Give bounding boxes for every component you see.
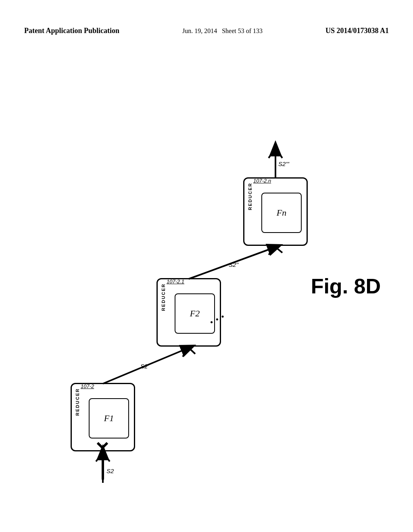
svg-line-12	[275, 148, 282, 158]
reducer-box-107-2-n: 107-2.n REDUCER Fn	[243, 177, 308, 246]
patent-number: US 2014/0173038 A1	[325, 26, 389, 36]
reducer-label-1: REDUCER	[75, 388, 80, 416]
svg-line-11	[269, 148, 275, 158]
arrow-s2-head	[98, 450, 107, 458]
signal-s2triple-prime-label: S2'''	[278, 160, 289, 167]
page-header: Patent Application Publication Jun. 19, …	[0, 26, 413, 36]
fn-box-2: F2	[175, 293, 215, 334]
signal-s2prime-label: S2'	[140, 363, 149, 370]
sheet-info: Sheet 53 of 133	[222, 27, 263, 34]
publication-info: Jun. 19, 2014 Sheet 53 of 133	[182, 26, 263, 36]
svg-line-6	[189, 348, 195, 354]
reducer-label-2: REDUCER	[161, 283, 166, 311]
signal-s2-label: S2	[106, 468, 114, 474]
svg-line-5	[183, 348, 189, 357]
publication-date: Jun. 19, 2014	[182, 27, 217, 34]
reducer-id-3: 107-2.n	[253, 178, 271, 184]
diagram-area: Fig. 8D 107-2 REDUCER F1 107-2.1 REDUCER…	[0, 81, 413, 508]
reducer-box-107-2: 107-2 REDUCER F1	[71, 383, 135, 451]
reducer-box-107-2-1: 107-2.1 REDUCER F2	[156, 278, 221, 347]
reducer-label-3: REDUCER	[248, 183, 252, 210]
signal-s2double-prime-label: S2''	[229, 261, 238, 268]
fn-box-3: Fn	[261, 193, 302, 233]
figure-label: Fig. 8D	[311, 274, 381, 298]
svg-line-9	[275, 247, 282, 253]
reducer-id-1: 107-2	[81, 383, 94, 389]
fn-box-1: F1	[89, 398, 129, 438]
publication-title: Patent Application Publication	[24, 26, 119, 36]
svg-line-8	[269, 247, 275, 255]
reducer-id-2: 107-2.1	[167, 278, 184, 285]
arrow-s2-shaft	[102, 455, 104, 480]
